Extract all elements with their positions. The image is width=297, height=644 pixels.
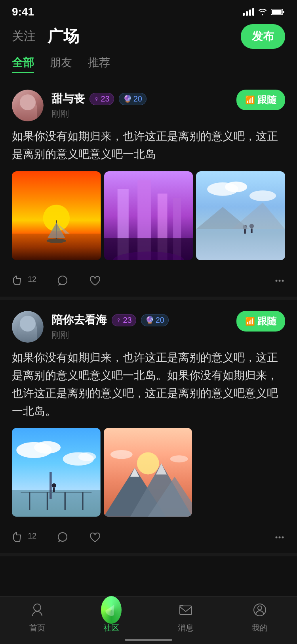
publish-button[interactable]: 发布	[241, 24, 285, 49]
post-image[interactable]	[104, 171, 193, 261]
svg-point-39	[52, 483, 56, 488]
post-images	[12, 171, 285, 261]
wifi-icon	[258, 8, 267, 15]
svg-point-31	[282, 280, 284, 282]
svg-rect-2	[283, 11, 284, 13]
svg-point-58	[282, 537, 284, 539]
avatar[interactable]	[12, 311, 44, 343]
page-title: 广场	[48, 25, 79, 47]
svg-point-36	[78, 452, 96, 461]
post-image[interactable]	[104, 428, 192, 517]
tab-recommend[interactable]: 推荐	[88, 55, 110, 73]
svg-point-34	[34, 441, 61, 454]
nav-item-community[interactable]: 社区	[91, 600, 131, 633]
svg-rect-1	[272, 10, 282, 14]
svg-point-30	[279, 280, 281, 282]
message-icon	[175, 600, 196, 620]
tab-friends[interactable]: 朋友	[50, 55, 72, 73]
bottom-nav: 首页 社区 消息 我的	[0, 596, 297, 644]
home-indicator	[125, 639, 172, 641]
svg-point-49	[170, 456, 188, 463]
nav-item-home[interactable]: 首页	[17, 600, 57, 633]
post-actions: 12	[12, 525, 285, 547]
battery-icon	[271, 8, 285, 15]
svg-rect-37	[12, 490, 101, 517]
post-header-left: 陪你去看海 ♀ 23 🔮 20 刚刚	[12, 311, 236, 343]
post-username-row: 甜与丧 ♀ 23 🔮 20	[51, 91, 236, 106]
post-content: 如果你没有如期归来，也许这正是离别的意义吧，这正是离别的意义吧意义吧一北岛	[12, 128, 285, 163]
post-header: 甜与丧 ♀ 23 🔮 20 刚刚 📶 跟随	[12, 90, 285, 121]
post-meta: 甜与丧 ♀ 23 🔮 20 刚刚	[51, 91, 236, 120]
header: 关注 广场 发布	[0, 21, 297, 51]
follow-button[interactable]: 📶 跟随	[236, 90, 285, 110]
svg-point-48	[110, 450, 132, 459]
post-time: 刚刚	[51, 329, 236, 341]
favorite-button[interactable]	[89, 271, 101, 290]
post-image[interactable]	[12, 428, 101, 517]
signal-icon	[243, 8, 254, 16]
like-button[interactable]: 12	[12, 528, 36, 547]
status-icons	[243, 8, 285, 16]
svg-rect-21	[196, 229, 285, 261]
like-button[interactable]: 12	[12, 271, 36, 290]
nav-label-message: 消息	[178, 623, 194, 633]
post-header: 陪你去看海 ♀ 23 🔮 20 刚刚 📶 跟随	[12, 311, 285, 343]
post-image[interactable]	[12, 171, 101, 261]
svg-point-9	[47, 238, 66, 243]
follow-button[interactable]: 📶 跟随	[236, 311, 285, 332]
svg-rect-40	[53, 488, 55, 492]
follow-tab[interactable]: 关注	[12, 28, 36, 44]
avatar[interactable]	[12, 90, 44, 121]
nav-label-profile: 我的	[252, 623, 268, 633]
post-time: 刚刚	[51, 108, 236, 120]
post-card: 陪你去看海 ♀ 23 🔮 20 刚刚 📶 跟随 如果你没有如期归来，	[0, 300, 297, 556]
community-center-btn	[101, 596, 122, 624]
svg-point-57	[279, 537, 281, 539]
community-icon	[101, 600, 122, 620]
svg-point-29	[276, 280, 278, 282]
favorite-button[interactable]	[89, 528, 101, 547]
svg-rect-23	[244, 229, 246, 234]
more-button[interactable]	[274, 532, 285, 543]
svg-point-19	[225, 181, 247, 192]
comment-button[interactable]	[56, 528, 69, 547]
status-time: 9:41	[12, 6, 34, 18]
nav-item-profile[interactable]: 我的	[240, 600, 280, 633]
post-username: 陪你去看海	[51, 312, 107, 328]
post-username-row: 陪你去看海 ♀ 23 🔮 20	[51, 312, 236, 328]
badge-female: ♀ 23	[112, 314, 136, 326]
post-card: 甜与丧 ♀ 23 🔮 20 刚刚 📶 跟随 如果你没有如期归来，也许	[0, 79, 297, 300]
badge-score: 🔮 20	[141, 314, 169, 326]
svg-point-47	[137, 452, 159, 475]
svg-point-56	[276, 537, 278, 539]
home-icon	[27, 600, 48, 620]
svg-rect-38	[50, 472, 52, 499]
follow-icon: 📶	[245, 95, 255, 105]
post-header-left: 甜与丧 ♀ 23 🔮 20 刚刚	[12, 90, 236, 121]
badge-score: 🔮 20	[119, 93, 147, 105]
post-meta: 陪你去看海 ♀ 23 🔮 20 刚刚	[51, 312, 236, 341]
nav-label-home: 首页	[29, 623, 45, 633]
svg-point-20	[249, 190, 276, 201]
nav-item-message[interactable]: 消息	[166, 600, 206, 633]
svg-point-59	[34, 604, 41, 611]
svg-rect-60	[180, 606, 192, 615]
post-images	[12, 428, 192, 517]
post-username: 甜与丧	[51, 91, 85, 106]
follow-icon: 📶	[245, 316, 255, 326]
post-content: 如果你没有如期归来，也许这正是离别的意义吧，这正是离别的意义吧意义吧一北岛。如果…	[12, 349, 285, 420]
svg-point-63	[258, 606, 262, 610]
tab-all[interactable]: 全部	[12, 55, 34, 73]
like-count: 12	[28, 531, 36, 540]
badge-female: ♀ 23	[89, 93, 114, 105]
profile-icon	[249, 600, 270, 620]
content-area: 甜与丧 ♀ 23 🔮 20 刚刚 📶 跟随 如果你没有如期归来，也许	[0, 79, 297, 608]
like-count: 12	[28, 275, 36, 284]
tab-bar: 全部 朋友 推荐	[0, 51, 297, 79]
nav-label-community: 社区	[103, 623, 119, 633]
comment-button[interactable]	[56, 271, 69, 290]
more-button[interactable]	[274, 275, 285, 286]
post-actions: 12	[12, 268, 285, 290]
status-bar: 9:41	[0, 0, 297, 21]
post-image[interactable]	[196, 171, 285, 261]
